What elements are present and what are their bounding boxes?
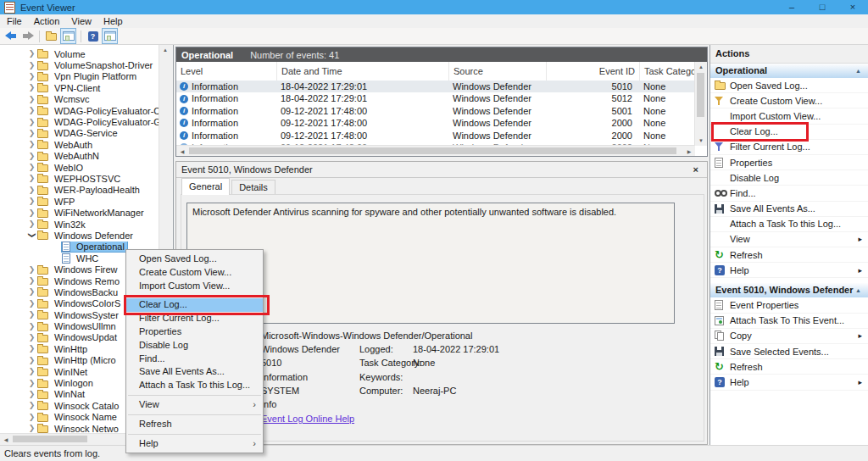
- tab-general[interactable]: General: [181, 178, 230, 195]
- minimize-button[interactable]: –: [776, 0, 807, 14]
- scrollbar-thumb[interactable]: [697, 73, 704, 117]
- tree-item-wdag-policyevaluator-csp[interactable]: ❯WDAG-PolicyEvaluator-CSP: [0, 105, 159, 116]
- menu-view[interactable]: View: [71, 16, 92, 26]
- maximize-button[interactable]: □: [807, 0, 837, 14]
- column-header-date-and-time[interactable]: Date and Time: [276, 62, 448, 81]
- scroll-left-icon[interactable]: ◀: [0, 436, 12, 442]
- chevron-right-icon[interactable]: ❯: [26, 219, 37, 230]
- scroll-left-icon[interactable]: ◀: [176, 148, 188, 154]
- context-menu-item-view[interactable]: View›: [126, 398, 263, 412]
- event-row[interactable]: iInformation09-12-2021 17:48:00Windows D…: [176, 117, 695, 129]
- chevron-right-icon[interactable]: ❯: [26, 275, 37, 286]
- chevron-right-icon[interactable]: ❯: [26, 400, 37, 411]
- toolbar-forward-icon[interactable]: [20, 29, 35, 43]
- chevron-right-icon[interactable]: ❯: [26, 128, 37, 139]
- action-filter-current-log[interactable]: Filter Current Log...: [710, 140, 868, 155]
- tree-item-vpn-plugin-platform[interactable]: ❯Vpn Plugin Platform: [0, 71, 159, 82]
- menu-file[interactable]: File: [7, 16, 22, 26]
- tree-item-wdag-policyevaluator-gp[interactable]: ❯WDAG-PolicyEvaluator-GP: [0, 116, 159, 127]
- events-horizontal-scrollbar[interactable]: ◀ ▶: [176, 145, 695, 156]
- scroll-down-icon[interactable]: ▼: [695, 138, 707, 143]
- chevron-right-icon[interactable]: ❯: [26, 264, 37, 275]
- tree-item-wifinetworkmanager[interactable]: ❯WiFiNetworkManager: [0, 207, 159, 218]
- scrollbar-thumb[interactable]: [189, 147, 676, 154]
- toolbar-back-icon[interactable]: [4, 29, 19, 43]
- context-menu-item-import-custom-view[interactable]: Import Custom View...: [126, 280, 263, 293]
- context-menu-item-disable-log[interactable]: Disable Log: [126, 339, 263, 353]
- action-import-custom-view[interactable]: Import Custom View...: [710, 108, 868, 124]
- scroll-up-icon[interactable]: ▲: [159, 47, 171, 53]
- context-menu-item-open-saved-log[interactable]: Open Saved Log...: [126, 253, 263, 266]
- tree-item-volume[interactable]: ❯Volume: [0, 48, 159, 59]
- toolbar-help-icon[interactable]: ?: [86, 29, 100, 43]
- chevron-right-icon[interactable]: ❯: [26, 389, 37, 400]
- chevron-right-icon[interactable]: ❯: [26, 162, 37, 173]
- tab-details[interactable]: Details: [231, 180, 275, 195]
- event-row[interactable]: iInformation18-04-2022 17:29:01Windows D…: [176, 81, 695, 92]
- chevron-right-icon[interactable]: ❯: [26, 94, 37, 105]
- chevron-right-icon[interactable]: ❯: [26, 185, 37, 196]
- context-menu-item-filter-current-log[interactable]: Filter Current Log...: [126, 312, 263, 325]
- chevron-right-icon[interactable]: ❯: [26, 366, 37, 377]
- context-menu-item-properties[interactable]: Properties: [126, 325, 263, 339]
- action-open-saved-log[interactable]: Open Saved Log...: [710, 78, 868, 93]
- column-header-level[interactable]: Level: [176, 62, 276, 81]
- chevron-right-icon[interactable]: ❯: [26, 60, 37, 71]
- context-menu-item-clear-log[interactable]: Clear Log...: [126, 298, 263, 312]
- chevron-right-icon[interactable]: ❯: [26, 82, 37, 93]
- menu-help[interactable]: Help: [103, 16, 123, 26]
- menu-action[interactable]: Action: [34, 16, 60, 26]
- chevron-right-icon[interactable]: ❯: [26, 309, 37, 320]
- chevron-right-icon[interactable]: ❯: [26, 151, 37, 162]
- scroll-right-icon[interactable]: ▶: [683, 148, 695, 154]
- tree-item-wfp[interactable]: ❯WFP: [0, 196, 159, 207]
- action-help[interactable]: ?Help▸: [710, 375, 868, 390]
- tree-item-wdag-service[interactable]: ❯WDAG-Service: [0, 128, 159, 139]
- chevron-right-icon[interactable]: ❯: [26, 117, 37, 128]
- chevron-down-icon[interactable]: ❯: [26, 230, 37, 241]
- action-refresh[interactable]: ↻Refresh: [710, 359, 868, 375]
- chevron-right-icon[interactable]: ❯: [26, 355, 37, 366]
- context-menu-item-create-custom-view[interactable]: Create Custom View...: [126, 266, 263, 280]
- action-clear-log[interactable]: Clear Log...: [710, 125, 868, 140]
- column-header-task-category[interactable]: Task Category: [639, 62, 696, 81]
- context-menu-item-attach-a-task-to-this-log[interactable]: Attach a Task To this Log...: [126, 379, 263, 392]
- tree-item-windows-defender[interactable]: ❯Windows Defender: [0, 230, 159, 241]
- tree-item-webauth[interactable]: ❯WebAuth: [0, 139, 159, 150]
- action-refresh[interactable]: ↻Refresh: [710, 247, 868, 263]
- chevron-right-icon[interactable]: ❯: [26, 139, 37, 150]
- action-find[interactable]: Find...: [710, 186, 868, 201]
- chevron-right-icon[interactable]: ❯: [26, 48, 37, 59]
- chevron-right-icon[interactable]: ❯: [26, 105, 37, 116]
- toolbar-show-console-tree-icon[interactable]: [102, 28, 118, 44]
- tree-item-webio[interactable]: ❯WebIO: [0, 162, 159, 173]
- tree-item-vpn-client[interactable]: ❯VPN-Client: [0, 82, 159, 93]
- chevron-right-icon[interactable]: ❯: [26, 298, 37, 309]
- scrollbar-thumb[interactable]: [13, 436, 87, 442]
- action-save-selected-events[interactable]: Save Selected Events...: [710, 344, 868, 359]
- event-row[interactable]: iInformation09-12-2021 17:48:00Windows D…: [176, 130, 695, 142]
- chevron-right-icon[interactable]: ❯: [26, 173, 37, 184]
- close-button[interactable]: ×: [837, 0, 868, 14]
- chevron-right-icon[interactable]: ❯: [26, 332, 37, 343]
- chevron-right-icon[interactable]: ❯: [26, 196, 37, 207]
- action-save-all-events-as[interactable]: Save All Events As...: [710, 202, 868, 217]
- tree-item-volumesnapshot-driver[interactable]: ❯VolumeSnapshot-Driver: [0, 59, 159, 70]
- column-header-event-id[interactable]: Event ID: [546, 62, 639, 81]
- tree-item-wcmsvc[interactable]: ❯Wcmsvc: [0, 94, 159, 105]
- chevron-right-icon[interactable]: ❯: [26, 208, 37, 219]
- action-view[interactable]: View▸: [710, 232, 868, 247]
- event-log-online-help-link[interactable]: Event Log Online Help: [261, 414, 354, 424]
- toolbar-open-saved-log-icon[interactable]: [44, 29, 58, 43]
- actions-section-header-operational[interactable]: Operational▲: [710, 64, 868, 78]
- context-menu-item-save-all-events-as[interactable]: Save All Events As...: [126, 365, 263, 379]
- action-event-properties[interactable]: Event Properties: [710, 297, 868, 313]
- chevron-right-icon[interactable]: ❯: [26, 321, 37, 332]
- toolbar-console-window-icon[interactable]: [60, 28, 76, 44]
- chevron-right-icon[interactable]: ❯: [26, 71, 37, 82]
- events-vertical-scrollbar[interactable]: ▲ ▼: [694, 62, 707, 146]
- close-icon[interactable]: ×: [693, 162, 698, 177]
- tree-item-wer-payloadhealth[interactable]: ❯WER-PayloadHealth: [0, 185, 159, 196]
- scroll-up-icon[interactable]: ▲: [695, 64, 707, 69]
- context-menu-item-help[interactable]: Help›: [126, 437, 263, 451]
